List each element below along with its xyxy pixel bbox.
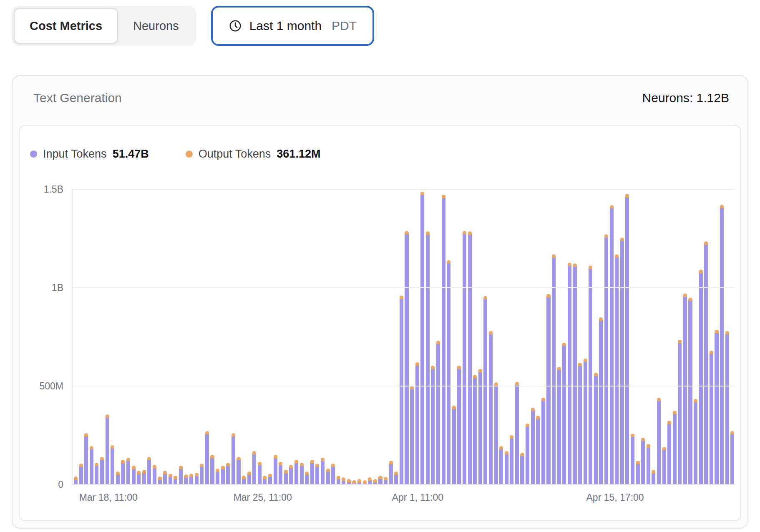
token-usage-bar[interactable] (652, 470, 655, 484)
token-usage-bar[interactable] (420, 192, 424, 484)
token-usage-bar[interactable] (546, 294, 550, 484)
token-usage-bar[interactable] (584, 359, 587, 484)
token-usage-bar[interactable] (373, 479, 377, 484)
token-usage-bar[interactable] (315, 464, 319, 484)
token-usage-bar[interactable] (557, 367, 561, 484)
token-usage-bar[interactable] (205, 431, 209, 484)
token-usage-bar[interactable] (589, 266, 592, 484)
token-usage-bar[interactable] (279, 462, 282, 484)
token-usage-bar[interactable] (625, 194, 629, 484)
token-usage-bar[interactable] (489, 331, 493, 484)
token-usage-bar[interactable] (715, 330, 718, 484)
token-usage-bar[interactable] (541, 398, 545, 484)
token-usage-bar[interactable] (568, 263, 571, 484)
token-usage-bar[interactable] (426, 231, 430, 484)
token-usage-bar[interactable] (620, 238, 624, 484)
token-usage-bar[interactable] (74, 477, 78, 484)
token-usage-bar[interactable] (169, 474, 172, 484)
token-usage-bar[interactable] (515, 382, 519, 484)
token-usage-bar[interactable] (132, 466, 136, 484)
bar-chart-plot-area[interactable]: 1.5B1B500M0Mar 18, 11:00Mar 25, 11:00Apr… (72, 189, 735, 484)
token-usage-bar[interactable] (688, 298, 692, 484)
token-usage-bar[interactable] (347, 479, 351, 484)
token-usage-bar[interactable] (599, 317, 603, 484)
token-usage-bar[interactable] (536, 416, 540, 484)
token-usage-bar[interactable] (394, 472, 398, 484)
token-usage-bar[interactable] (137, 471, 141, 484)
token-usage-bar[interactable] (730, 431, 734, 484)
token-usage-bar[interactable] (310, 460, 314, 484)
token-usage-bar[interactable] (342, 477, 345, 484)
token-usage-bar[interactable] (289, 465, 293, 484)
token-usage-bar[interactable] (90, 446, 93, 484)
token-usage-bar[interactable] (683, 294, 687, 484)
token-usage-bar[interactable] (578, 363, 582, 484)
token-usage-bar[interactable] (442, 195, 445, 484)
token-usage-bar[interactable] (357, 479, 361, 484)
token-usage-bar[interactable] (331, 464, 335, 484)
token-usage-bar[interactable] (84, 433, 88, 484)
token-usage-bar[interactable] (389, 461, 393, 484)
token-usage-bar[interactable] (252, 451, 256, 484)
token-usage-bar[interactable] (321, 458, 325, 484)
token-usage-bar[interactable] (678, 340, 682, 484)
token-usage-bar[interactable] (725, 331, 729, 484)
token-usage-bar[interactable] (604, 234, 608, 484)
tab-neurons[interactable]: Neurons (118, 8, 194, 44)
token-usage-bar[interactable] (237, 457, 240, 484)
tab-cost-metrics[interactable]: Cost Metrics (14, 8, 118, 44)
token-usage-bar[interactable] (294, 460, 298, 484)
token-usage-bar[interactable] (457, 366, 461, 484)
token-usage-bar[interactable] (184, 474, 188, 484)
token-usage-bar[interactable] (526, 424, 529, 484)
token-usage-bar[interactable] (573, 263, 576, 484)
token-usage-bar[interactable] (116, 472, 120, 484)
token-usage-bar[interactable] (562, 343, 566, 484)
token-usage-bar[interactable] (147, 457, 151, 484)
token-usage-bar[interactable] (531, 408, 535, 484)
token-usage-bar[interactable] (699, 270, 703, 484)
token-usage-bar[interactable] (226, 463, 230, 484)
token-usage-bar[interactable] (242, 476, 246, 484)
token-usage-bar[interactable] (505, 451, 508, 484)
token-usage-bar[interactable] (305, 472, 309, 484)
token-usage-bar[interactable] (258, 462, 262, 484)
token-usage-bar[interactable] (384, 477, 388, 484)
time-range-button[interactable]: Last 1 month PDT (211, 6, 374, 46)
token-usage-bar[interactable] (158, 477, 162, 484)
token-usage-bar[interactable] (520, 453, 524, 484)
token-usage-bar[interactable] (410, 386, 414, 484)
token-usage-bar[interactable] (468, 231, 472, 484)
token-usage-bar[interactable] (463, 231, 466, 484)
token-usage-bar[interactable] (667, 421, 671, 484)
token-usage-bar[interactable] (200, 464, 204, 484)
token-usage-bar[interactable] (673, 411, 677, 484)
token-usage-bar[interactable] (153, 465, 156, 484)
token-usage-bar[interactable] (189, 474, 193, 484)
token-usage-bar[interactable] (710, 351, 713, 484)
token-usage-bar[interactable] (247, 472, 251, 484)
token-usage-bar[interactable] (510, 435, 513, 484)
token-usage-bar[interactable] (452, 406, 456, 484)
token-usage-bar[interactable] (284, 470, 288, 484)
token-usage-bar[interactable] (636, 461, 640, 484)
token-usage-bar[interactable] (263, 476, 267, 484)
token-usage-bar[interactable] (473, 375, 477, 484)
token-usage-bar[interactable] (694, 399, 697, 484)
token-usage-bar[interactable] (615, 254, 619, 484)
token-usage-bar[interactable] (126, 458, 130, 484)
token-usage-bar[interactable] (400, 296, 403, 484)
token-usage-bar[interactable] (232, 433, 235, 484)
token-usage-bar[interactable] (100, 457, 104, 484)
token-usage-bar[interactable] (326, 469, 330, 484)
token-usage-bar[interactable] (657, 398, 661, 484)
token-usage-bar[interactable] (499, 446, 503, 484)
token-usage-bar[interactable] (216, 469, 219, 484)
token-usage-bar[interactable] (447, 260, 450, 484)
token-usage-bar[interactable] (641, 438, 645, 484)
token-usage-bar[interactable] (195, 473, 199, 484)
token-usage-bar[interactable] (79, 464, 83, 484)
token-usage-bar[interactable] (142, 470, 146, 484)
token-usage-bar[interactable] (483, 296, 487, 484)
token-usage-bar[interactable] (300, 463, 304, 484)
